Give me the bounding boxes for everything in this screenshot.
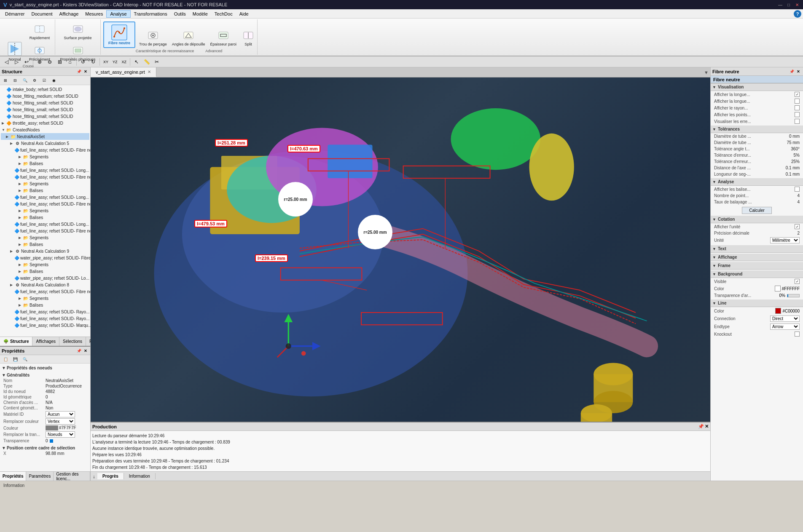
tb-undo-btn[interactable]: ↩ bbox=[22, 57, 31, 67]
menu-affichage[interactable]: Affichage bbox=[56, 11, 82, 17]
rp-section-header-text[interactable]: ▼Text bbox=[711, 245, 803, 253]
tab-proprietes[interactable]: Propriétés bbox=[0, 472, 26, 481]
maximize-button[interactable]: □ bbox=[786, 2, 791, 7]
tree-item-neutral1[interactable]: ▶⚙Neutral Axis Calculation 5 bbox=[1, 140, 89, 147]
structure-close-btn[interactable]: ✕ bbox=[83, 69, 89, 75]
help-icon[interactable]: ? bbox=[794, 10, 801, 18]
tb-fit-btn[interactable]: ⊞ bbox=[55, 57, 64, 67]
tree-item-creatednodes[interactable]: ▼📂CreatedNodes bbox=[1, 126, 89, 133]
tree-item-fuel6[interactable]: 🔷fuel_line_assy; refset SOLID- Long... bbox=[1, 221, 89, 227]
rp-checkbox-item[interactable] bbox=[795, 279, 800, 284]
menu-document[interactable]: Document bbox=[28, 11, 56, 17]
tb-section-btn[interactable]: ✂ bbox=[152, 57, 161, 67]
tab-selections[interactable]: Sélections bbox=[59, 337, 86, 346]
rp-slider-bar[interactable] bbox=[787, 294, 800, 297]
tab-parametres[interactable]: Paramètres bbox=[26, 472, 54, 481]
tree-item-balises6[interactable]: ▶📂Balises bbox=[1, 302, 89, 308]
menu-aide[interactable]: Aide bbox=[236, 11, 252, 17]
ribbon-btn-split[interactable]: Split bbox=[239, 27, 257, 48]
tree-item-water1[interactable]: 🔷water_pipe_assy; refset SOLID- Fibre ..… bbox=[1, 254, 89, 261]
tree-item-water2[interactable]: 🔷water_pipe_assy; refset SOLID- Lo... bbox=[1, 275, 89, 281]
tree-item-throttle[interactable]: ▶🔶throttle_assy; refset SOLID bbox=[1, 120, 89, 126]
ribbon-btn-trou-percage[interactable]: Trou de perçage bbox=[137, 27, 169, 48]
ribbon-btn-rapidement[interactable]: Rapidement bbox=[27, 21, 52, 42]
tree-item-fuel8[interactable]: 🔷fuel_line_assy; refset SOLID- Fibre ne.… bbox=[1, 288, 89, 295]
tb-view-side-btn[interactable]: YZ bbox=[111, 57, 119, 67]
tree-item-neutral3[interactable]: ▶⚙Neutral Axis Calculation 8 bbox=[1, 281, 89, 288]
rp-select-Connection[interactable]: Direct bbox=[770, 315, 800, 322]
prod-tab-arrow[interactable]: ↓ bbox=[91, 474, 97, 479]
props-pin-btn[interactable]: 📌 bbox=[76, 348, 82, 354]
tree-item-hose4[interactable]: 🔷hose_fitting_small; refset SOLID bbox=[1, 113, 89, 120]
struct-settings[interactable]: ⚙ bbox=[30, 76, 39, 85]
struct-expand-all[interactable]: ⊞ bbox=[1, 76, 10, 85]
ribbon-btn-epaisseur-paroi[interactable]: Épaisseur paroi bbox=[208, 27, 239, 48]
prod-tab-progres[interactable]: Progrès bbox=[97, 473, 124, 479]
tree-item-fuel3[interactable]: 🔷fuel_line_assy; refset SOLID- Fibre ne.… bbox=[1, 174, 89, 180]
menu-demarrer[interactable]: Démarrer bbox=[2, 11, 28, 17]
tb-view-top-btn[interactable]: XZ bbox=[120, 57, 129, 67]
ribbon-btn-fibre-neutre[interactable]: Fibre neutre bbox=[103, 21, 135, 48]
menu-analyse[interactable]: Analyse bbox=[106, 10, 130, 18]
rp-checkbox-item[interactable] bbox=[795, 224, 800, 229]
tree-item-segments5[interactable]: ▶📂Segments bbox=[1, 261, 89, 268]
tb-view-front-btn[interactable]: XY bbox=[102, 57, 110, 67]
tab-affichages[interactable]: Affichages bbox=[32, 337, 59, 346]
tab-structure[interactable]: 🌳 Structure bbox=[0, 337, 32, 346]
tree-item-segments3[interactable]: ▶📂Segments bbox=[1, 207, 89, 214]
tb-back-btn[interactable]: ◁ bbox=[2, 57, 11, 67]
struct-isolate[interactable]: ◉ bbox=[49, 76, 59, 85]
tb-home-btn[interactable]: ⌂ bbox=[65, 57, 75, 67]
tree-item-hose2[interactable]: 🔷hose_fitting_small; refset SOLID bbox=[1, 99, 89, 106]
props-copy-btn[interactable]: 📋 bbox=[1, 355, 10, 364]
tb-rotate-right-btn[interactable]: ↻ bbox=[89, 57, 98, 67]
production-close-btn[interactable]: ✕ bbox=[705, 424, 709, 429]
tb-measure-btn[interactable]: 📏 bbox=[142, 57, 151, 67]
rp-checkbox-item[interactable] bbox=[795, 105, 800, 110]
rp-section-header-tolerances[interactable]: ▼Tolérances bbox=[711, 126, 803, 133]
props-section-pos-header[interactable]: ▼Position centre cadre de sélection bbox=[2, 445, 89, 451]
tree-item-fuel2[interactable]: 🔷fuel_line_assy; refset SOLID- Long... bbox=[1, 167, 89, 174]
right-panel-close-btn[interactable]: ✕ bbox=[795, 69, 801, 75]
rp-checkbox-item[interactable] bbox=[795, 92, 800, 97]
tree-item-neutral2[interactable]: ▶⚙Neutral Axis Calculation 9 bbox=[1, 248, 89, 254]
structure-pin-btn[interactable]: 📌 bbox=[76, 69, 82, 75]
tree-item-balises2[interactable]: ▶📂Balises bbox=[1, 187, 89, 194]
tree-item-balises1[interactable]: ▶📂Balises bbox=[1, 160, 89, 167]
rp-section-header-background[interactable]: ▼Background bbox=[711, 270, 803, 278]
viewport-tab-close[interactable]: ✕ bbox=[148, 70, 151, 74]
tree-item-fuel7[interactable]: 🔷fuel_line_assy; refset SOLID- Fibre ne.… bbox=[1, 227, 89, 234]
tree-item-segments2[interactable]: ▶📂Segments bbox=[1, 180, 89, 187]
menu-transformations[interactable]: Transformations bbox=[131, 11, 171, 17]
props-select-item[interactable]: Aucun bbox=[46, 411, 75, 417]
struct-filter[interactable]: 🔍 bbox=[20, 76, 30, 85]
close-button[interactable]: ✕ bbox=[795, 2, 800, 7]
rp-checkbox-item[interactable] bbox=[795, 331, 800, 337]
rp-select-Unit-[interactable]: Millimètre bbox=[770, 237, 800, 243]
right-panel-pin-btn[interactable]: 📌 bbox=[789, 69, 795, 75]
rp-section-header-frame[interactable]: ▼Frame bbox=[711, 262, 803, 270]
menu-techdoc[interactable]: TechDoc bbox=[211, 11, 236, 17]
tree-item-balises4[interactable]: ▶📂Balises bbox=[1, 241, 89, 248]
tree-item-segments1[interactable]: ▶📂Segments bbox=[1, 153, 89, 160]
rp-checkbox-item[interactable] bbox=[795, 119, 800, 124]
tb-forward-btn[interactable]: ▷ bbox=[12, 57, 21, 67]
tb-rotate-left-btn[interactable]: ↺ bbox=[78, 57, 88, 67]
tree-item-fuel10[interactable]: 🔷fuel_line_assy; refset SOLID- Rayo... bbox=[1, 315, 89, 322]
menu-mesures[interactable]: Mesures bbox=[82, 11, 106, 17]
prod-tab-information[interactable]: Information bbox=[124, 473, 156, 479]
struct-select-tree[interactable]: ☑ bbox=[40, 76, 49, 85]
props-export-btn[interactable]: 💾 bbox=[11, 355, 20, 364]
props-select-item[interactable]: Vertex bbox=[46, 418, 75, 425]
menu-outils[interactable]: Outils bbox=[171, 11, 189, 17]
tree-item-fuel1[interactable]: 🔷fuel_line_assy; refset SOLID- Fibre ne.… bbox=[1, 147, 89, 153]
struct-collapse-all[interactable]: ⊟ bbox=[11, 76, 20, 85]
viewport[interactable]: l=251.28 mm l=470.63 mm l=479.53 mm l=23… bbox=[91, 78, 710, 422]
tree-item-balises5[interactable]: ▶📂Balises bbox=[1, 268, 89, 275]
rp-select-Endtype[interactable]: Arrow bbox=[770, 323, 800, 330]
production-pin-btn[interactable]: 📌 bbox=[698, 424, 704, 429]
menu-modele[interactable]: Modèle bbox=[189, 11, 211, 17]
ribbon-btn-angles-depouille[interactable]: Angles de dépouille bbox=[170, 27, 207, 48]
tree-item-fuel9[interactable]: 🔷fuel_line_assy; refset SOLID- Rayo... bbox=[1, 308, 89, 315]
calculer-button[interactable]: Calculer bbox=[742, 207, 772, 214]
